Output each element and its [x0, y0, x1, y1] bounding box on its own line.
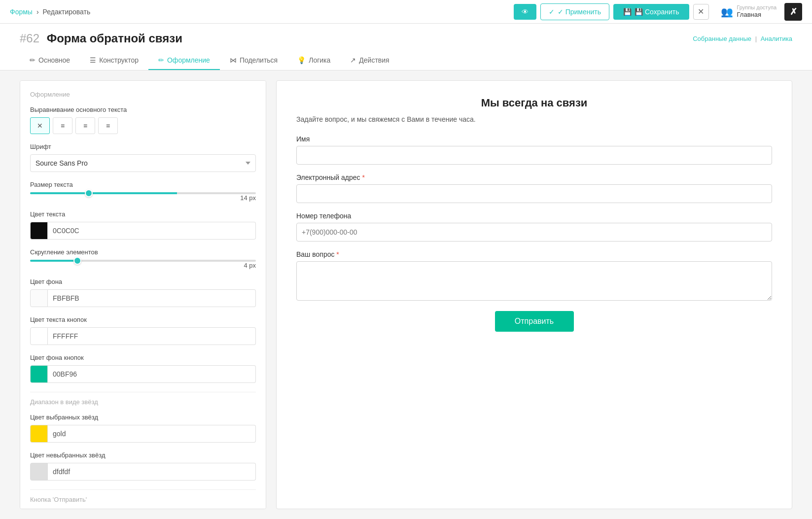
- preview-phone-group: Номер телефона: [296, 212, 772, 242]
- form-preview-title: Мы всегда на связи: [296, 97, 772, 109]
- btn-text-color-input[interactable]: [48, 327, 256, 345]
- stars-unselected-swatch[interactable]: [30, 463, 48, 481]
- breadcrumb-separator: ›: [36, 8, 39, 16]
- logo: ✗: [784, 3, 802, 21]
- close-icon: ✕: [698, 7, 704, 16]
- preview-question-textarea[interactable]: [296, 261, 772, 301]
- bulb-icon: 💡: [297, 56, 306, 64]
- stars-selected-field: Цвет выбранных звёзд: [30, 414, 256, 443]
- collected-data-link[interactable]: Собранные данные: [693, 35, 751, 42]
- btn-text-color-input-group: [30, 327, 256, 345]
- btn-bg-color-label: Цвет фона кнопок: [30, 354, 256, 361]
- border-radius-value: 4 px: [30, 262, 256, 269]
- main-content: Оформление Выравнивание основного текста…: [0, 70, 812, 519]
- form-preview-subtitle: Задайте вопрос, и мы свяжемся с Вами в т…: [296, 115, 772, 123]
- font-field: Шрифт Source Sans Pro Arial Roboto Open …: [30, 143, 256, 172]
- stars-selected-swatch[interactable]: [30, 425, 48, 443]
- text-color-field: Цвет текста: [30, 210, 256, 240]
- bg-color-swatch[interactable]: [30, 289, 48, 307]
- bg-color-input[interactable]: [48, 289, 256, 307]
- close-button[interactable]: ✕: [693, 4, 709, 20]
- tab-share[interactable]: ⋈ Поделиться: [220, 51, 287, 70]
- right-panel: Мы всегда на связи Задайте вопрос, и мы …: [276, 80, 792, 509]
- align-left-button[interactable]: ≡: [53, 117, 72, 134]
- left-panel: Оформление Выравнивание основного текста…: [20, 80, 266, 509]
- text-size-field: Размер текста 14 px: [30, 181, 256, 202]
- preview-name-input[interactable]: [296, 146, 772, 165]
- tab-actions[interactable]: ↗ Действия: [340, 51, 399, 70]
- apply-button[interactable]: ✓ ✓ Применить: [540, 3, 609, 20]
- submit-section-title: Кнопка 'Отправить': [30, 496, 256, 503]
- tab-constructor[interactable]: ☰ Конструктор: [80, 51, 148, 70]
- tab-logic[interactable]: 💡 Логика: [287, 51, 340, 70]
- form-name: Форма обратной связи: [47, 32, 182, 45]
- stars-section: Диапазон в виде звёзд Цвет выбранных звё…: [30, 392, 256, 481]
- tab-design[interactable]: ✏ Оформление: [148, 51, 220, 70]
- btn-bg-color-swatch[interactable]: [30, 365, 48, 383]
- bg-color-label: Цвет фона: [30, 278, 256, 285]
- align-none-button[interactable]: ✕: [30, 117, 50, 134]
- check-icon: ✓: [549, 8, 555, 16]
- preview-email-group: Электронный адрес *: [296, 173, 772, 203]
- user-label: Группы доступа Главная: [737, 4, 777, 19]
- preview-question-label: Ваш вопрос *: [296, 250, 772, 258]
- pencil-icon: ✏: [30, 56, 35, 64]
- text-size-value: 14 px: [30, 194, 256, 202]
- preview-phone-label: Номер телефона: [296, 212, 772, 220]
- arrow-icon: ↗: [350, 56, 356, 64]
- save-icon: 💾: [623, 8, 632, 16]
- user-main-label: Главная: [737, 11, 761, 19]
- font-select[interactable]: Source Sans Pro Arial Roboto Open Sans: [30, 154, 256, 172]
- border-radius-label: Скругление элементов: [30, 248, 256, 256]
- align-center-button[interactable]: ≡: [75, 117, 95, 134]
- share-icon: ⋈: [230, 56, 237, 64]
- users-icon: 👥: [721, 6, 733, 18]
- page-title: #62 Форма обратной связи: [20, 32, 182, 45]
- btn-text-color-label: Цвет текста кнопок: [30, 316, 256, 323]
- text-color-swatch[interactable]: [30, 222, 48, 240]
- stars-section-title: Диапазон в виде звёзд: [30, 398, 256, 406]
- user-group-label: Группы доступа: [737, 4, 777, 11]
- btn-bg-color-field: Цвет фона кнопок: [30, 354, 256, 383]
- analytics-link[interactable]: Аналитика: [761, 35, 792, 42]
- bg-color-field: Цвет фона: [30, 278, 256, 307]
- apply-label: ✓ Применить: [558, 8, 601, 16]
- tab-basic[interactable]: ✏ Основное: [20, 51, 80, 70]
- text-size-label: Размер текста: [30, 181, 256, 188]
- preview-phone-input[interactable]: [296, 223, 772, 242]
- btn-bg-color-input-group: [30, 365, 256, 383]
- btn-text-color-swatch[interactable]: [30, 327, 48, 345]
- user-menu[interactable]: 👥 Группы доступа Главная: [721, 4, 777, 19]
- border-radius-field: Скругление элементов 4 px: [30, 248, 256, 269]
- text-color-input[interactable]: [48, 222, 256, 240]
- stars-unselected-field: Цвет невыбранных звёзд: [30, 451, 256, 481]
- btn-bg-color-input[interactable]: [48, 365, 256, 383]
- text-color-label: Цвет текста: [30, 210, 256, 218]
- border-radius-slider-container: 4 px: [30, 260, 256, 269]
- preview-email-label: Электронный адрес *: [296, 173, 772, 181]
- bg-color-input-group: [30, 289, 256, 307]
- text-color-input-group: [30, 222, 256, 240]
- grid-icon: ☰: [90, 56, 96, 64]
- text-size-slider-container: 14 px: [30, 192, 256, 202]
- preview-name-group: Имя: [296, 135, 772, 165]
- section-title-design: Оформление: [30, 91, 256, 98]
- font-label: Шрифт: [30, 143, 256, 150]
- preview-submit-button[interactable]: Отправить: [495, 311, 574, 332]
- align-field: Выравнивание основного текста ✕ ≡ ≡ ≡: [30, 106, 256, 134]
- stars-selected-input[interactable]: [48, 425, 256, 443]
- breadcrumb-forms[interactable]: Формы: [10, 8, 33, 16]
- save-button[interactable]: 💾 💾 Сохранить: [613, 4, 689, 20]
- brush-icon: ✏: [158, 56, 164, 64]
- btn-text-color-field: Цвет текста кнопок: [30, 316, 256, 345]
- preview-name-label: Имя: [296, 135, 772, 143]
- preview-submit-label: Отправить: [515, 317, 554, 325]
- save-label: 💾 Сохранить: [635, 8, 679, 16]
- preview-button[interactable]: 👁: [514, 4, 536, 20]
- tabs: ✏ Основное ☰ Конструктор ✏ Оформление ⋈ …: [20, 51, 792, 70]
- eye-icon: 👁: [522, 8, 529, 16]
- preview-email-input[interactable]: [296, 184, 772, 203]
- align-right-button[interactable]: ≡: [98, 117, 118, 134]
- stars-unselected-input[interactable]: [48, 463, 256, 481]
- submit-section: Кнопка 'Отправить' Текст * Иконка у кноп…: [30, 489, 256, 509]
